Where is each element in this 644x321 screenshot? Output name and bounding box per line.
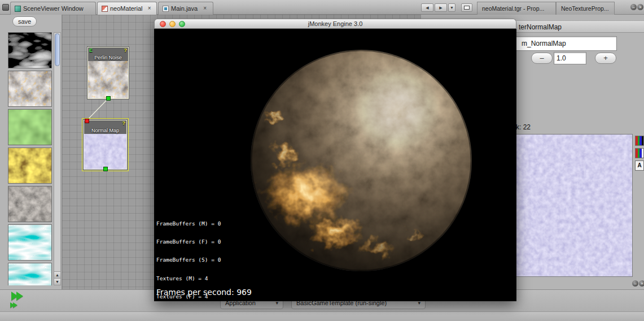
texture-thumbnail-yellow-cells[interactable] (8, 148, 52, 184)
node-perlin-noise[interactable]: E ? Perlin Noise (87, 47, 129, 99)
panel-minimize-icon[interactable]: – (630, 4, 637, 10)
rgba-channels-icon[interactable] (635, 148, 644, 158)
run-button[interactable] (10, 302, 16, 308)
texture-thumbnail-teal-scratches-2[interactable] (8, 263, 52, 285)
tab-neomaterial-properties[interactable]: neoMaterial.tgr - Prop... (477, 2, 556, 15)
help-badge[interactable]: ? (124, 47, 128, 53)
stat-line: FrameBuffers (M) = 0 (156, 221, 221, 227)
output-port[interactable] (103, 167, 108, 171)
render-viewport[interactable]: FrameBuffers (M) = 0 FrameBuffers (F) = … (154, 29, 516, 301)
input-port[interactable] (85, 119, 89, 123)
perlin-noise-preview (88, 61, 128, 98)
tab-label: Main.java (171, 5, 198, 12)
dark-rock-texture-image (8, 186, 51, 222)
jmonkey-titlebar[interactable]: jMonkey Engine 3.0 (154, 19, 516, 29)
node-title: Normal Map (84, 128, 126, 133)
maximize-view-button[interactable] (461, 3, 472, 12)
marble-texture-image (8, 33, 51, 68)
texture-thumbnail-teal-scratches[interactable] (8, 224, 52, 261)
zoom-traffic-light-icon[interactable] (179, 21, 185, 27)
fps-counter: Frames per second: 969 (156, 288, 252, 297)
texture-library-panel: save ▲ (0, 15, 62, 289)
java-file-icon (163, 6, 169, 12)
close-traffic-light-icon[interactable] (160, 21, 166, 27)
jmonkey-window[interactable]: jMonkey Engine 3.0 (154, 19, 516, 301)
texture-library-list[interactable] (8, 32, 53, 285)
status-bar (0, 311, 644, 321)
run-all-button[interactable] (11, 292, 21, 301)
tab-sceneviewer-window[interactable]: SceneViewer Window (10, 2, 96, 15)
rgb-channels-icon[interactable] (635, 136, 644, 146)
stat-line: Textures (M) = 4 (156, 276, 221, 282)
tab-neomaterial[interactable]: neoMaterial × (97, 2, 157, 15)
texture-thumbnail-marble[interactable] (8, 32, 52, 68)
application-window: SceneViewer Window neoMaterial × Main.ja… (0, 0, 644, 321)
texture-name-field[interactable] (509, 36, 617, 51)
decrease-button[interactable]: – (531, 53, 553, 64)
play-icon (13, 302, 17, 308)
tab-label: neoMaterial (110, 5, 142, 12)
tab-label: neoMaterial.tgr - Prop... (482, 5, 544, 12)
node-normal-map[interactable]: ? Normal Map (84, 120, 127, 170)
node-header[interactable]: E ? Perlin Noise (88, 47, 128, 61)
nav-dropdown-button[interactable]: ▼ (448, 3, 455, 12)
node-title: Perlin Noise (88, 55, 128, 60)
scroll-down-icon[interactable]: ▼ (54, 278, 60, 285)
teal-scratches-texture-image (8, 225, 51, 260)
rendered-planet (250, 49, 472, 272)
window-title: jMonkey Engine 3.0 (155, 19, 516, 29)
save-button[interactable]: save (12, 16, 37, 27)
stat-line: FrameBuffers (S) = 0 (156, 257, 221, 263)
nav-forward-button[interactable]: ▶ (435, 3, 447, 12)
tab-label: NeoTextureProp... (561, 5, 609, 12)
minimize-traffic-light-icon[interactable] (169, 21, 176, 27)
window-icon (464, 6, 470, 10)
tab-label: SceneViewer Window (23, 5, 84, 12)
scene-viewer-icon (15, 6, 21, 12)
alpha-channel-icon[interactable]: A (635, 160, 644, 171)
yellow-cells-texture-image (8, 148, 51, 183)
top-tab-bar: SceneViewer Window neoMaterial × Main.ja… (0, 0, 644, 15)
scroll-up-icon[interactable]: ▲ (54, 271, 60, 278)
texture-thumbnail-dark-rock[interactable] (8, 186, 52, 222)
texture-list-scrollbar[interactable]: ▲ ▼ (54, 32, 61, 285)
texture-thumbnail-orange-grunge[interactable] (8, 71, 52, 107)
play-icon (16, 292, 23, 301)
panel-close-icon[interactable]: × (637, 4, 643, 10)
normal-map-preview (84, 134, 126, 169)
node-header[interactable]: ? Normal Map (84, 120, 126, 134)
texture-thumbnail-green-cells[interactable] (8, 109, 52, 145)
panel-close-icon[interactable]: × (639, 280, 644, 287)
increase-button[interactable]: + (595, 53, 616, 64)
close-tab-icon[interactable]: × (146, 5, 152, 12)
export-badge: E (89, 47, 93, 53)
strength-value-field[interactable] (554, 52, 586, 64)
help-badge[interactable]: ? (122, 120, 126, 126)
nav-back-button[interactable]: ◀ (421, 3, 433, 12)
panel-minimize-icon[interactable]: – (632, 280, 638, 287)
teal-scratches-texture-image (8, 263, 51, 285)
green-cells-texture-image (8, 110, 51, 145)
app-menu-icon[interactable] (2, 4, 9, 11)
tab-main-java[interactable]: Main.java × (158, 2, 213, 15)
material-file-icon (102, 6, 108, 12)
properties-title: terNormalMap (519, 21, 562, 33)
perlin-noise-texture-image (88, 61, 128, 98)
seed-label: k: 22 (516, 123, 531, 131)
orange-grunge-texture-image (8, 71, 51, 106)
output-port[interactable] (106, 96, 111, 101)
close-tab-icon[interactable]: × (201, 5, 208, 12)
scrollbar-thumb[interactable] (55, 33, 60, 66)
tab-neotexture-properties[interactable]: NeoTextureProp... (556, 2, 615, 15)
normal-map-texture-image (84, 134, 126, 169)
stat-line: FrameBuffers (F) = 0 (156, 239, 221, 245)
